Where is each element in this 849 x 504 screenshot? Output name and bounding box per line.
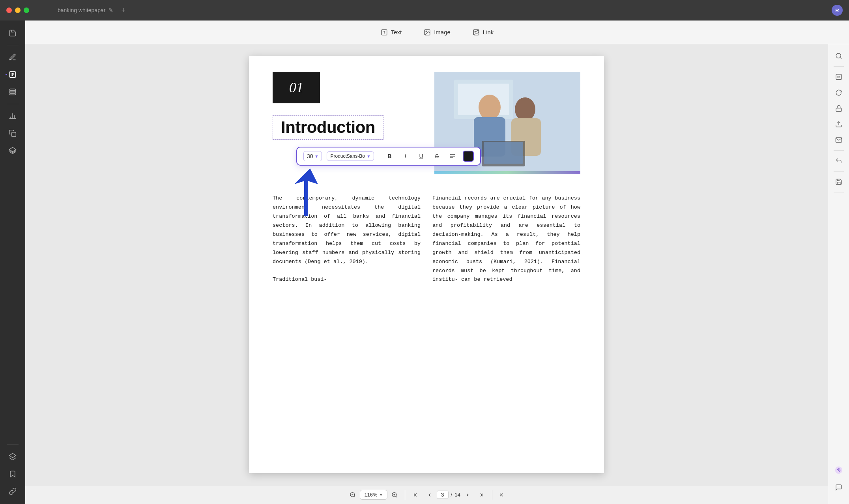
svg-line-29 [354, 496, 355, 497]
svg-point-37 [836, 53, 841, 58]
page-total: 14 [454, 492, 460, 498]
sidebar-item-stack[interactable] [5, 143, 21, 159]
sidebar-item-copy[interactable] [5, 125, 21, 141]
user-avatar[interactable]: R [832, 5, 843, 16]
edit-icon[interactable]: ✎ [108, 7, 113, 13]
zoom-chevron-icon: ▼ [379, 493, 383, 497]
sidebar-item-document[interactable] [5, 25, 21, 41]
sidebar-item-edit-text[interactable] [5, 67, 21, 82]
zoom-out-button[interactable] [346, 488, 360, 502]
right-sidebar [828, 44, 849, 504]
svg-rect-8 [12, 133, 16, 137]
intro-heading[interactable]: Introduction [273, 115, 383, 140]
page-current-input[interactable] [437, 491, 449, 499]
font-family-control[interactable]: ProductSans-Bo ▼ [327, 151, 374, 161]
right-sep-1 [834, 66, 844, 67]
svg-point-43 [838, 469, 840, 471]
mail-button[interactable] [832, 133, 846, 147]
toolbar-link-button[interactable]: Link [468, 26, 499, 38]
text-label: Text [391, 29, 402, 35]
doc-number-box: 01 [273, 72, 320, 103]
close-bar-button[interactable]: ✕ [496, 489, 507, 501]
sidebar-item-layers[interactable] [5, 449, 21, 465]
sidebar-sep-2 [7, 104, 19, 104]
sidebar-item-list[interactable] [5, 84, 21, 100]
toolbar-divider-1 [379, 152, 379, 161]
sidebar-item-chart[interactable] [5, 108, 21, 124]
upload-button[interactable] [832, 117, 846, 131]
window-title: banking whitepapar ✎ [58, 7, 113, 13]
image-label: Image [434, 29, 451, 35]
minimize-button[interactable] [15, 7, 21, 13]
font-family-dropdown-icon[interactable]: ▼ [367, 154, 371, 159]
svg-rect-1 [10, 89, 16, 91]
doc-number: 01 [289, 79, 303, 96]
svg-point-23 [515, 97, 535, 121]
link-icon [473, 29, 480, 36]
underline-button[interactable]: U [415, 151, 426, 162]
svg-rect-26 [484, 142, 523, 164]
toolbar-text-button[interactable]: Text [376, 26, 407, 38]
sidebar-sep-1 [7, 45, 19, 45]
toolbar-image-button[interactable]: Image [419, 26, 455, 38]
next-page-button[interactable] [460, 488, 475, 502]
chat-button[interactable] [832, 480, 846, 495]
strikethrough-button[interactable]: S [431, 151, 442, 162]
bold-button[interactable]: B [384, 151, 395, 162]
svg-marker-17 [294, 168, 318, 216]
sidebar-bottom [5, 442, 21, 499]
document-area: 30 ▼ ProductSans-Bo ▼ B [25, 44, 828, 504]
doc-header-section: 01 Introduction [249, 56, 604, 186]
svg-rect-27 [434, 171, 580, 174]
maximize-button[interactable] [24, 7, 29, 13]
ocr-button[interactable] [832, 70, 846, 84]
intro-heading-wrapper[interactable]: Introduction [273, 115, 383, 140]
top-toolbar: Text Image [25, 21, 849, 44]
right-sep-2 [834, 150, 844, 151]
font-family-value: ProductSans-Bo [330, 153, 365, 159]
svg-line-38 [840, 57, 841, 58]
search-button[interactable] [832, 49, 846, 63]
titlebar: banking whitepapar ✎ + R [0, 0, 849, 21]
svg-point-12 [426, 31, 426, 32]
color-swatch [465, 153, 471, 159]
page-info: / 14 [437, 491, 460, 499]
add-tab-button[interactable]: + [121, 6, 125, 15]
right-sep-3 [834, 171, 844, 172]
bottom-separator-2 [492, 490, 492, 500]
zoom-in-button[interactable] [387, 488, 402, 502]
image-icon [424, 29, 431, 36]
first-page-button[interactable] [408, 488, 423, 502]
doc-left-column: 01 Introduction [273, 72, 419, 140]
app-body: Text Image [0, 21, 849, 504]
svg-line-32 [396, 496, 397, 497]
save-button[interactable] [832, 175, 846, 189]
lock-button[interactable] [832, 101, 846, 116]
main-area: Text Image [25, 21, 849, 504]
zoom-level-display[interactable]: 116% ▼ [360, 490, 387, 500]
svg-rect-3 [10, 93, 16, 95]
font-size-control[interactable]: 30 ▼ [303, 151, 322, 161]
svg-rect-2 [10, 91, 16, 93]
undo-button[interactable] [832, 154, 846, 168]
zoom-value: 116% [364, 492, 377, 498]
content-area: 30 ▼ ProductSans-Bo ▼ B [25, 44, 849, 504]
sidebar-item-bookmark[interactable] [5, 466, 21, 482]
document-scroll[interactable]: 30 ▼ ProductSans-Bo ▼ B [25, 44, 828, 485]
close-button[interactable] [6, 7, 12, 13]
bottom-bar: 116% ▼ [25, 485, 828, 504]
align-button[interactable] [447, 151, 458, 162]
last-page-button[interactable] [475, 488, 489, 502]
bottom-separator-1 [405, 490, 405, 500]
body-text-right: Financial records are crucial for any bu… [432, 194, 580, 284]
refresh-button[interactable] [832, 86, 846, 100]
prev-page-button[interactable] [423, 488, 437, 502]
color-picker-button[interactable] [463, 151, 474, 162]
italic-button[interactable]: I [400, 151, 411, 162]
sidebar-item-pen[interactable] [5, 49, 21, 65]
text-format-toolbar: 30 ▼ ProductSans-Bo ▼ B [296, 147, 481, 166]
assistant-button[interactable] [832, 463, 846, 477]
sidebar-item-link[interactable] [5, 483, 21, 499]
right-sep-4 [834, 192, 844, 192]
font-size-dropdown-icon[interactable]: ▼ [315, 154, 319, 159]
